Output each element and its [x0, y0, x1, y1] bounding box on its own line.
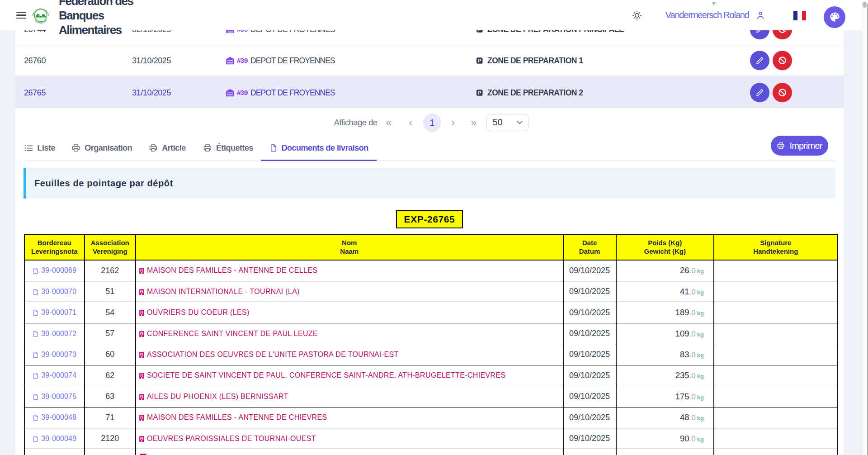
svg-text:P: P: [478, 58, 481, 63]
svg-text:P: P: [478, 90, 481, 95]
